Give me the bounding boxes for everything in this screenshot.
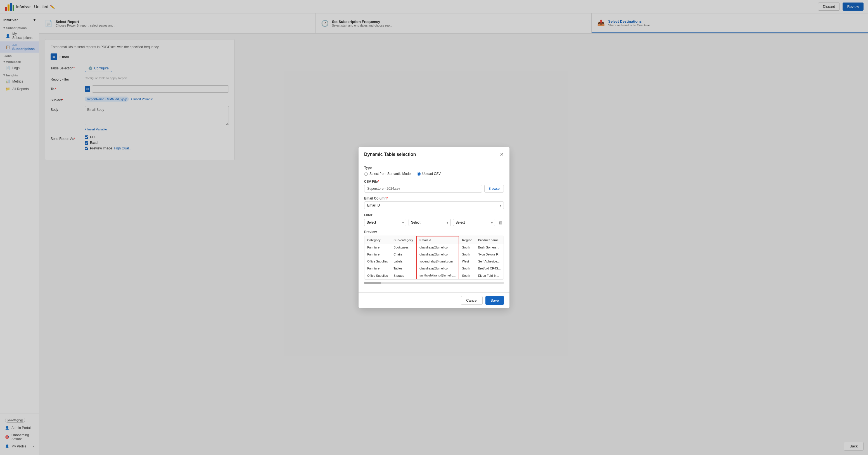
radio-csv-input[interactable] (417, 172, 421, 176)
cell-subcategory: Tables (391, 265, 416, 272)
preview-table-wrap: Category Sub-category Email id Region Pr… (364, 236, 504, 280)
cell-category: Furniture (364, 251, 391, 258)
cell-subcategory: Storage (391, 272, 416, 279)
cell-email: chandravr@lumel.com (416, 265, 459, 272)
radio-semantic-input[interactable] (364, 172, 368, 176)
table-row: Furniture Tables chandravr@lumel.com Sou… (364, 265, 504, 272)
scrollbar-thumb (364, 282, 381, 284)
filter-select-1[interactable]: Select (364, 219, 406, 226)
cell-region: South (459, 265, 475, 272)
filter-select-2[interactable]: Select (409, 219, 451, 226)
radio-semantic[interactable]: Select from Semantic Model (364, 172, 411, 176)
col-header-product: Product name (475, 236, 504, 244)
radio-row: Select from Semantic Model Upload CSV (364, 172, 504, 176)
cell-email: santhoshkiranb@lumel.c... (416, 272, 459, 279)
filter-select-wrap-1: Select (364, 219, 406, 226)
preview-table: Category Sub-category Email id Region Pr… (364, 236, 504, 279)
modal-title: Dynamic Table selection (364, 152, 416, 157)
radio-csv[interactable]: Upload CSV (417, 172, 441, 176)
email-column-select[interactable]: Email ID (364, 201, 504, 209)
cell-category: Furniture (364, 265, 391, 272)
cell-region: South (459, 251, 475, 258)
cell-product: Bretford CR4S... (475, 265, 504, 272)
email-column-select-wrap: Email ID (364, 201, 504, 209)
modal-close-button[interactable]: ✕ (500, 151, 504, 158)
cancel-button[interactable]: Cancel (461, 296, 483, 305)
filter-delete-button[interactable]: 🗑 (497, 220, 504, 226)
email-column-label: Email Column* (364, 196, 504, 200)
modal-footer: Cancel Save (359, 292, 509, 308)
cell-product: Eldon Fold 'N... (475, 272, 504, 279)
table-scrollbar[interactable] (364, 282, 504, 284)
cell-region: South (459, 272, 475, 279)
cell-product: Bush Somers... (475, 244, 504, 251)
table-row: Office Supplies Labels yogendrabg@lumel.… (364, 258, 504, 265)
table-row: Furniture Bookcases chandravr@lumel.com … (364, 244, 504, 251)
filter-select-wrap-3: Select (453, 219, 495, 226)
cell-region: West (459, 258, 475, 265)
cell-product: "Hon Deluxe F... (475, 251, 504, 258)
cell-email: chandravr@lumel.com (416, 244, 459, 251)
preview-table-header-row: Category Sub-category Email id Region Pr… (364, 236, 504, 244)
table-row: Furniture Chairs chandravr@lumel.com Sou… (364, 251, 504, 258)
cell-subcategory: Chairs (391, 251, 416, 258)
modal-overlay: Dynamic Table selection ✕ Type Select fr… (0, 0, 868, 455)
cell-subcategory: Labels (391, 258, 416, 265)
filter-section: Filter Select Select Select (364, 213, 504, 226)
col-header-subcategory: Sub-category (391, 236, 416, 244)
cell-category: Office Supplies (364, 258, 391, 265)
cell-category: Furniture (364, 244, 391, 251)
cell-subcategory: Bookcases (391, 244, 416, 251)
filter-row: Select Select Select 🗑 (364, 219, 504, 226)
col-header-region: Region (459, 236, 475, 244)
preview-label: Preview (364, 230, 504, 234)
csv-file-row: Browse (364, 185, 504, 193)
save-button[interactable]: Save (486, 296, 504, 305)
cell-email: chandravr@lumel.com (416, 251, 459, 258)
filter-select-wrap-2: Select (409, 219, 451, 226)
cell-region: South (459, 244, 475, 251)
type-section-label: Type (364, 166, 504, 170)
dynamic-table-modal: Dynamic Table selection ✕ Type Select fr… (359, 147, 509, 308)
csv-file-input[interactable] (364, 185, 482, 193)
modal-header: Dynamic Table selection ✕ (359, 147, 509, 161)
cell-product: Self-Adhesive... (475, 258, 504, 265)
table-row: Office Supplies Storage santhoshkiranb@l… (364, 272, 504, 279)
browse-button[interactable]: Browse (484, 185, 504, 193)
filter-label: Filter (364, 213, 504, 217)
filter-select-3[interactable]: Select (453, 219, 495, 226)
col-header-email: Email id (416, 236, 459, 244)
col-header-category: Category (364, 236, 391, 244)
cell-category: Office Supplies (364, 272, 391, 279)
csv-file-label: CSV File* (364, 180, 504, 183)
cell-email: yogendrabg@lumel.com (416, 258, 459, 265)
modal-body: Type Select from Semantic Model Upload C… (359, 161, 509, 292)
